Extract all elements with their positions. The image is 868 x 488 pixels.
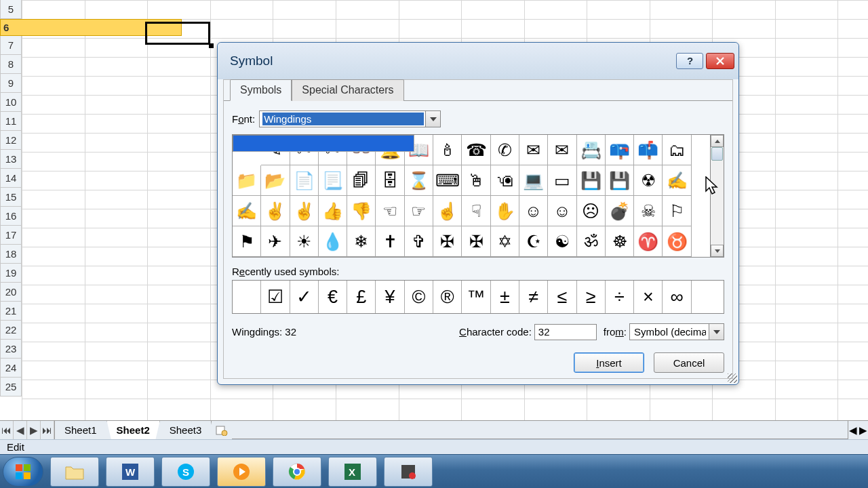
row-header[interactable]: 22 — [0, 321, 22, 340]
symbol-cell[interactable]: ☺ — [548, 196, 576, 226]
symbol-cell[interactable]: ▭ — [548, 165, 576, 196]
insert-button[interactable]: Insert — [574, 352, 644, 373]
row-header[interactable]: 18 — [0, 245, 22, 264]
symbol-cell[interactable]: 📃 — [319, 165, 347, 196]
recent-symbol-cell[interactable]: ÷ — [606, 281, 634, 313]
font-input[interactable] — [262, 113, 424, 125]
row-header[interactable]: 15 — [0, 188, 22, 207]
row-header[interactable]: 20 — [0, 283, 22, 302]
symbol-cell[interactable]: ✉ — [548, 135, 576, 165]
symbol-cell[interactable]: 📇 — [577, 135, 606, 165]
symbol-cell[interactable]: ✌ — [290, 196, 319, 226]
recent-symbol-cell[interactable]: ≠ — [519, 281, 548, 313]
symbol-cell[interactable]: ॐ — [577, 226, 606, 257]
taskbar-explorer[interactable] — [50, 457, 99, 487]
tab-symbols[interactable]: Symbols — [230, 79, 292, 101]
row-header[interactable]: 24 — [0, 359, 22, 378]
start-button[interactable] — [3, 457, 43, 487]
symbol-cell[interactable]: ☪ — [519, 226, 548, 257]
cancel-button[interactable]: Cancel — [654, 352, 724, 373]
symbol-cell[interactable]: ☎ — [462, 135, 490, 165]
symbol-cell[interactable]: 👎 — [347, 196, 376, 226]
row-header[interactable]: 10 — [0, 93, 22, 112]
symbol-cell[interactable]: ⚑ — [233, 226, 261, 257]
symbol-cell[interactable]: 💻 — [519, 165, 548, 196]
row-header[interactable]: 17 — [0, 226, 22, 245]
symbol-cell[interactable]: ✠ — [433, 226, 462, 257]
nav-last[interactable]: ⏭ — [41, 421, 54, 439]
symbol-cell[interactable]: ☀ — [290, 226, 319, 257]
nav-prev[interactable]: ◀ — [14, 421, 27, 439]
help-button[interactable]: ? — [676, 53, 703, 69]
sheet-tab-2[interactable]: Sheet2 — [107, 421, 160, 439]
symbol-cell[interactable]: 💾 — [577, 165, 606, 196]
symbol-cell[interactable]: ☢ — [634, 165, 663, 196]
scroll-thumb[interactable] — [711, 147, 723, 161]
charcode-input[interactable] — [534, 324, 597, 340]
symbol-cell[interactable]: ☟ — [462, 196, 490, 226]
tab-special-characters[interactable]: Special Characters — [292, 79, 403, 101]
sheet-tab-3[interactable]: Sheet3 — [160, 421, 212, 439]
recent-symbol-cell[interactable]: ∞ — [663, 281, 691, 313]
symbol-cell[interactable]: ✈ — [261, 226, 290, 257]
taskbar-word[interactable]: W — [106, 457, 155, 487]
recent-symbol-cell[interactable]: ≤ — [548, 281, 576, 313]
recent-symbol-cell[interactable]: ® — [433, 281, 462, 313]
row-header[interactable]: 19 — [0, 264, 22, 283]
recent-symbol-cell[interactable]: ✓ — [290, 281, 319, 313]
symbol-cell[interactable]: ✍ — [233, 196, 261, 226]
symbol-cell[interactable]: ☠ — [634, 196, 663, 226]
symbol-cell[interactable]: 💧 — [319, 226, 347, 257]
symbol-cell[interactable]: 🕯 — [433, 135, 462, 165]
fill-handle[interactable] — [209, 43, 214, 48]
sheet-tab-1[interactable]: Sheet1 — [55, 421, 107, 439]
symbol-cell[interactable]: ☝ — [433, 196, 462, 226]
symbol-cell[interactable]: ❄ — [347, 226, 376, 257]
symbol-cell[interactable]: 📪 — [606, 135, 634, 165]
symbol-cell[interactable]: 📂 — [261, 165, 290, 196]
symbol-cell[interactable]: 🖱 — [462, 165, 490, 196]
row-header[interactable]: 11 — [0, 112, 22, 131]
from-value[interactable] — [633, 325, 707, 338]
symbol-cell[interactable]: ☞ — [405, 196, 433, 226]
symbol-cell[interactable]: ⌨ — [433, 165, 462, 196]
resize-grip[interactable] — [728, 373, 737, 383]
symbol-cell[interactable]: 📁 — [233, 165, 261, 196]
nav-first[interactable]: ⏮ — [0, 421, 14, 439]
symbol-cell[interactable]: 🗐 — [347, 165, 376, 196]
symbol-cell[interactable]: 💣 — [606, 196, 634, 226]
close-button[interactable] — [706, 53, 734, 69]
symbol-cell[interactable]: ☯ — [548, 226, 576, 257]
recent-symbol-cell[interactable]: ™ — [462, 281, 490, 313]
symbol-cell[interactable]: ☹ — [577, 196, 606, 226]
font-dropdown-button[interactable] — [425, 111, 440, 127]
recent-symbol-cell[interactable] — [233, 281, 261, 313]
taskbar-app[interactable] — [384, 457, 433, 487]
recent-symbol-cell[interactable]: ± — [491, 281, 519, 313]
row-header[interactable]: 9 — [0, 74, 22, 93]
from-dropdown-button[interactable] — [709, 324, 724, 340]
symbol-cell[interactable]: ☜ — [376, 196, 404, 226]
recent-symbol-cell[interactable]: £ — [347, 281, 376, 313]
row-header[interactable]: 14 — [0, 169, 22, 188]
scroll-up-button[interactable] — [711, 135, 724, 147]
taskbar-excel[interactable]: X — [328, 457, 377, 487]
row-header[interactable]: 8 — [0, 55, 22, 74]
symbol-cell[interactable]: 📄 — [290, 165, 319, 196]
symbol-cell[interactable]: ✉ — [519, 135, 548, 165]
dialog-titlebar[interactable]: Symbol ? — [218, 43, 738, 79]
recent-symbol-cell[interactable]: × — [634, 281, 663, 313]
row-header[interactable]: 16 — [0, 207, 22, 226]
symbol-cell[interactable]: ✡ — [491, 226, 519, 257]
taskbar-mediaplayer[interactable] — [217, 457, 266, 487]
taskbar-chrome[interactable] — [273, 457, 321, 487]
row-header[interactable]: 23 — [0, 340, 22, 359]
taskbar-skype[interactable]: S — [161, 457, 210, 487]
scroll-down-button[interactable] — [711, 245, 724, 257]
horizontal-scroll[interactable]: ◀▶ — [848, 421, 868, 439]
font-select[interactable] — [259, 110, 441, 127]
row-header[interactable]: 13 — [0, 150, 22, 169]
symbol-cell[interactable] — [233, 135, 414, 152]
symbol-cell[interactable]: ✝ — [376, 226, 404, 257]
symbol-cell[interactable]: ✆ — [491, 135, 519, 165]
